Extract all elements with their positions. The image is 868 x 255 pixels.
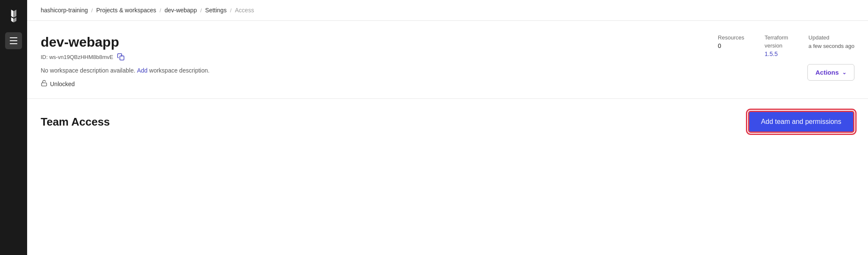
terraform-label: Terraform <box>765 34 788 41</box>
updated-stat: Updated a few seconds ago <box>809 34 854 50</box>
team-access-section: Team Access Add team and permissions <box>27 99 868 145</box>
svg-marker-1 <box>14 10 17 18</box>
version-label: version <box>765 42 788 49</box>
workspace-description: No workspace description available. Add … <box>41 67 676 74</box>
breadcrumb-settings[interactable]: Settings <box>205 7 227 14</box>
workspace-desc-link[interactable]: Add <box>137 67 147 74</box>
add-team-button[interactable]: Add team and permissions <box>748 111 854 133</box>
svg-marker-3 <box>14 17 17 22</box>
workspace-header: dev-webapp ID: ws-vn19QBzHHM8b8mvE No wo… <box>27 21 868 99</box>
breadcrumb-sep-3: / <box>200 7 202 14</box>
menu-line-2 <box>10 40 17 41</box>
svg-rect-5 <box>42 83 47 86</box>
breadcrumb-sep-4: / <box>230 7 232 14</box>
main-content: hashicorp-training / Projects & workspac… <box>27 0 868 255</box>
lock-status-text: Unlocked <box>50 81 75 87</box>
breadcrumb-sep-2: / <box>160 7 161 14</box>
svg-rect-4 <box>120 56 124 60</box>
svg-marker-2 <box>11 17 14 22</box>
workspace-id-row: ID: ws-vn19QBzHHM8b8mvE <box>41 53 676 61</box>
actions-label: Actions <box>815 69 839 76</box>
app-logo <box>5 7 22 24</box>
workspace-meta: Resources 0 Terraform version 1.5.5 Upda… <box>676 34 854 81</box>
actions-button[interactable]: Actions ⌄ <box>807 64 854 81</box>
sidebar <box>0 0 27 255</box>
svg-marker-0 <box>11 10 14 18</box>
workspace-lock-row: Unlocked <box>41 80 676 88</box>
breadcrumb-workspace[interactable]: dev-webapp <box>164 7 197 14</box>
updated-label: Updated <box>809 34 854 41</box>
workspace-desc-suffix-text: workspace description. <box>149 67 209 74</box>
workspace-title: dev-webapp <box>41 34 676 50</box>
updated-value: a few seconds ago <box>809 42 854 50</box>
breadcrumb-sep-1: / <box>91 7 93 14</box>
resources-value: 0 <box>718 42 744 49</box>
copy-id-icon[interactable] <box>117 53 125 61</box>
chevron-down-icon: ⌄ <box>842 70 846 76</box>
menu-line-1 <box>10 37 17 38</box>
menu-button[interactable] <box>5 32 22 49</box>
breadcrumb-access: Access <box>235 7 254 14</box>
breadcrumb-projects[interactable]: Projects & workspaces <box>96 7 156 14</box>
meta-stats: Resources 0 Terraform version 1.5.5 Upda… <box>718 34 854 57</box>
workspace-desc-prefix: No workspace description available. <box>41 67 135 74</box>
menu-line-3 <box>10 43 17 44</box>
workspace-id-text: ID: ws-vn19QBzHHM8b8mvE <box>41 54 113 60</box>
terraform-version-stat: Terraform version 1.5.5 <box>765 34 788 57</box>
breadcrumb-org[interactable]: hashicorp-training <box>41 7 88 14</box>
terraform-version-link[interactable]: 1.5.5 <box>765 50 788 57</box>
workspace-info: dev-webapp ID: ws-vn19QBzHHM8b8mvE No wo… <box>41 34 676 88</box>
team-access-title: Team Access <box>41 115 110 129</box>
lock-icon <box>41 80 47 88</box>
breadcrumb: hashicorp-training / Projects & workspac… <box>27 0 868 21</box>
resources-label: Resources <box>718 34 744 41</box>
resources-stat: Resources 0 <box>718 34 744 49</box>
